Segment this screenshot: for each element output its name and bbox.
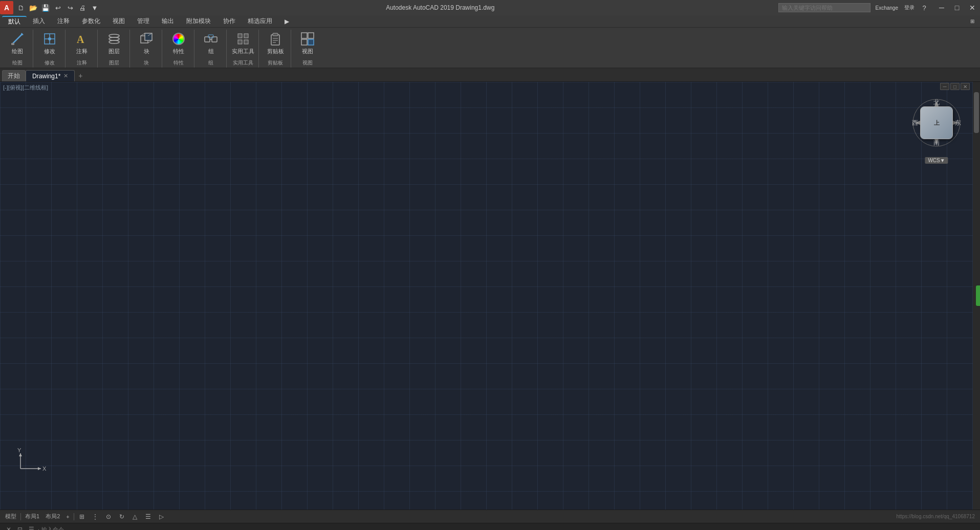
- ribbon-tab-default[interactable]: 默认: [2, 16, 27, 27]
- ribbon-tab-manage[interactable]: 管理: [131, 16, 156, 27]
- block-group-label: 块: [144, 59, 149, 68]
- maximize-btn[interactable]: □: [949, 0, 965, 15]
- ribbon-tab-collab[interactable]: 协作: [217, 16, 242, 27]
- annotate-icon: A: [74, 31, 90, 47]
- ribbon-tab-output[interactable]: 输出: [156, 16, 180, 27]
- nav-indicator[interactable]: [976, 285, 980, 306]
- drawing1-tab-close[interactable]: ✕: [63, 73, 68, 79]
- otrack-icon[interactable]: ☰: [143, 511, 154, 522]
- add-tab-btn[interactable]: +: [75, 70, 86, 81]
- group-icon: [203, 31, 219, 47]
- viewcube-face[interactable]: 上: [920, 106, 953, 139]
- layers-label: 图层: [108, 48, 120, 55]
- utilities-btn[interactable]: 实用工具: [231, 30, 255, 56]
- command-menu-icon[interactable]: ☰: [27, 525, 36, 531]
- viewport-minimize-btn[interactable]: ─: [940, 83, 949, 90]
- group-btn[interactable]: 组: [199, 30, 223, 56]
- modify-label: 修改: [44, 48, 55, 55]
- viewport-maximize-btn[interactable]: □: [950, 83, 960, 90]
- ribbon-tab-parametric[interactable]: 参数化: [76, 16, 106, 27]
- ribbon-tab-view[interactable]: 视图: [106, 16, 131, 27]
- modify-btn[interactable]: 修改: [37, 30, 62, 56]
- ribbon-tab-insert[interactable]: 插入: [27, 16, 51, 27]
- ribbon-group-utilities: 实用工具 实用工具: [228, 30, 259, 68]
- ribbon-group-group: 组 组: [195, 30, 227, 68]
- model-tab[interactable]: 模型: [3, 513, 18, 520]
- svg-rect-22: [238, 40, 242, 44]
- start-tab[interactable]: 开始: [2, 70, 26, 81]
- drawing-viewport[interactable]: [-][俯视][二维线框] ─ □ ✕ 北 南 东 西 上: [0, 82, 980, 510]
- viewport-label: [-][俯视][二维线框]: [3, 84, 48, 92]
- open-btn[interactable]: 📂: [28, 2, 39, 13]
- svg-rect-2: [11, 43, 14, 45]
- command-expand-icon[interactable]: ⊡: [15, 525, 25, 531]
- ribbon-group-view: 视图 视图: [292, 30, 323, 68]
- snap-grid-icon[interactable]: ⊞: [76, 511, 88, 522]
- add-layout-btn[interactable]: +: [64, 514, 71, 520]
- svg-rect-30: [308, 33, 314, 38]
- svg-rect-21: [244, 34, 248, 38]
- utilities-icon: [235, 31, 251, 47]
- login-btn[interactable]: 登录: [902, 2, 917, 13]
- document-tab-bar: 开始 Drawing1* ✕ +: [0, 69, 980, 82]
- ribbon-tab-featured[interactable]: 精选应用: [242, 16, 278, 27]
- layout1-tab[interactable]: 布局1: [23, 513, 41, 520]
- exchange-icon[interactable]: Exchange: [874, 2, 900, 13]
- viewport-close-btn[interactable]: ✕: [961, 83, 970, 90]
- ribbon-group-clipboard: 剪贴板 剪贴板: [260, 30, 291, 68]
- undo-btn[interactable]: ↩: [52, 2, 63, 13]
- annotate-label: 注释: [76, 48, 88, 55]
- help-icon[interactable]: ?: [919, 2, 930, 13]
- coordinate-axis: X Y: [10, 448, 51, 479]
- ribbon-tab-addons[interactable]: 附加模块: [180, 16, 217, 27]
- drawing1-tab[interactable]: Drawing1* ✕: [26, 70, 75, 81]
- utilities-label: 实用工具: [232, 48, 254, 55]
- clipboard-group-label: 剪贴板: [268, 59, 283, 68]
- properties-label: 特性: [173, 48, 184, 55]
- ribbon-tab-annotate[interactable]: 注释: [51, 16, 76, 27]
- command-input[interactable]: [41, 526, 976, 531]
- draw-label: 绘图: [12, 48, 23, 55]
- command-prompt-label: ·: [38, 526, 39, 531]
- ribbon-group-properties: 特性 特性: [163, 30, 194, 68]
- properties-btn[interactable]: 特性: [166, 30, 191, 56]
- customization-dropdown[interactable]: ▼: [89, 2, 100, 13]
- svg-rect-12: [145, 33, 152, 40]
- wcs-label[interactable]: WCS▼: [925, 157, 948, 164]
- title-bar: A 🗋 📂 💾 ↩ ↪ 🖨 ▼ Autodesk AutoCAD 2019 Dr…: [0, 0, 980, 15]
- svg-text:X: X: [42, 466, 47, 472]
- view-btn[interactable]: 视图: [295, 30, 320, 56]
- block-btn[interactable]: 块: [134, 30, 159, 56]
- save-btn[interactable]: 💾: [40, 2, 51, 13]
- clipboard-btn[interactable]: 剪贴板: [263, 30, 288, 56]
- command-close-icon[interactable]: ✕: [4, 525, 13, 531]
- layout2-tab[interactable]: 布局2: [43, 513, 62, 520]
- status-bar: 模型 布局1 布局2 + ⊞ ⋮ ⊙ ↻ △ ☰ ▷ https://blog.…: [0, 510, 980, 523]
- ortho-icon[interactable]: ⊙: [103, 511, 114, 522]
- snap-icon[interactable]: ⋮: [90, 511, 101, 522]
- scrollbar-thumb-vertical[interactable]: [974, 92, 979, 133]
- command-area: ✕ ⊡ ☰ ·: [0, 523, 980, 530]
- draw-btn[interactable]: 绘图: [5, 30, 30, 56]
- plot-btn[interactable]: 🖨: [77, 2, 88, 13]
- search-input[interactable]: [778, 3, 870, 12]
- redo-btn[interactable]: ↪: [64, 2, 76, 13]
- app-button[interactable]: A: [0, 1, 13, 14]
- ucs-icon[interactable]: ▷: [156, 511, 167, 522]
- osnap-icon[interactable]: △: [129, 511, 141, 522]
- layers-btn[interactable]: 图层: [102, 30, 126, 56]
- group-label: 组: [208, 48, 214, 55]
- polar-icon[interactable]: ↻: [116, 511, 127, 522]
- close-btn[interactable]: ✕: [965, 0, 980, 15]
- properties-icon: [170, 31, 187, 47]
- ribbon-group-annotate: A 注释 注释: [67, 30, 98, 68]
- view-icon: [299, 31, 316, 47]
- annotate-btn[interactable]: A 注释: [70, 30, 94, 56]
- minimize-btn[interactable]: ─: [934, 0, 949, 15]
- svg-text:Y: Y: [17, 448, 21, 453]
- new-file-btn[interactable]: 🗋: [15, 2, 27, 13]
- ribbon-pin-btn[interactable]: ⊞: [967, 16, 978, 27]
- status-url: https://blog.csdn.net/qq_41068712: [895, 514, 977, 519]
- ribbon-tab-more[interactable]: ▶: [278, 16, 295, 27]
- layers-group-label: 图层: [109, 59, 119, 68]
